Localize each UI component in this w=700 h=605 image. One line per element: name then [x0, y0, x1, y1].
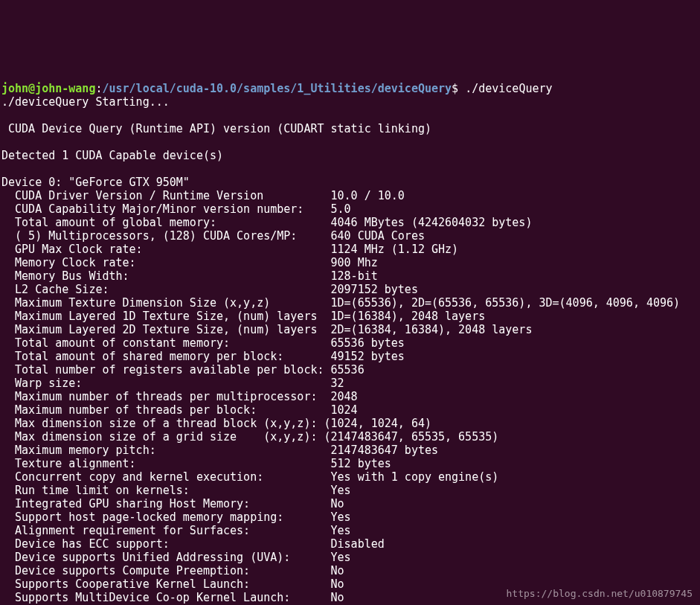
output-line: CUDA Driver Version / Runtime Version 10…: [1, 189, 405, 202]
prompt-path: /usr/local/cuda-10.0/samples/1_Utilities…: [102, 82, 452, 95]
output-line: Maximum number of threads per block: 102…: [1, 403, 358, 417]
output-line: Run time limit on kernels: Yes: [1, 484, 351, 497]
watermark: https://blog.csdn.net/u010879745: [507, 586, 693, 601]
output-line: Detected 1 CUDA Capable device(s): [1, 149, 223, 162]
terminal-window[interactable]: john@john-wang:/usr/local/cuda-10.0/samp…: [0, 67, 700, 605]
output-line: Total amount of constant memory: 65536 b…: [1, 336, 405, 350]
command-text: ./deviceQuery: [465, 82, 552, 95]
output-line: Max dimension size of a thread block (x,…: [1, 417, 431, 430]
output-line: Total amount of global memory: 4046 MByt…: [1, 216, 532, 229]
output-line: Maximum number of threads per multiproce…: [1, 390, 358, 403]
output-line: Integrated GPU sharing Host Memory: No: [1, 497, 344, 510]
output-line: GPU Max Clock rate: 1124 MHz (1.12 GHz): [1, 243, 458, 256]
output-line: Memory Clock rate: 900 Mhz: [1, 256, 378, 269]
output-line: Total number of registers available per …: [1, 363, 365, 377]
output-line: Total amount of shared memory per block:…: [1, 350, 405, 363]
output-line: Maximum Layered 2D Texture Size, (num) l…: [1, 323, 532, 336]
output-line: ./deviceQuery Starting...: [1, 95, 170, 109]
output-line: Concurrent copy and kernel execution: Ye…: [1, 470, 498, 484]
output-line: CUDA Capability Major/Minor version numb…: [1, 202, 351, 216]
output-line: Maximum Layered 1D Texture Size, (num) l…: [1, 310, 485, 323]
output-line: ( 5) Multiprocessors, (128) CUDA Cores/M…: [1, 229, 425, 243]
output-line: CUDA Device Query (Runtime API) version …: [1, 122, 431, 135]
output-line: Supports MultiDevice Co-op Kernel Launch…: [1, 591, 344, 604]
output-line: Alignment requirement for Surfaces: Yes: [1, 524, 351, 537]
output-line: Device has ECC support: Disabled: [1, 537, 385, 551]
prompt-dollar: $: [452, 82, 465, 95]
output-line: Max dimension size of a grid size (x,y,z…: [1, 430, 498, 444]
output-line: Device supports Unified Addressing (UVA)…: [1, 551, 351, 564]
output-line: Maximum Texture Dimension Size (x,y,z) 1…: [1, 296, 680, 310]
output-line: Device 0: "GeForce GTX 950M": [1, 176, 190, 189]
prompt-user: john@john-wang: [1, 82, 95, 95]
output-line: Maximum memory pitch: 2147483647 bytes: [1, 444, 438, 457]
output-line: Device supports Compute Preemption: No: [1, 564, 344, 577]
output-line: Texture alignment: 512 bytes: [1, 457, 391, 470]
output-line: Memory Bus Width: 128-bit: [1, 269, 378, 283]
output-line: Supports Cooperative Kernel Launch: No: [1, 577, 344, 591]
output-line: Warp size: 32: [1, 377, 344, 390]
output-line: L2 Cache Size: 2097152 bytes: [1, 283, 418, 296]
prompt-line: john@john-wang:/usr/local/cuda-10.0/samp…: [1, 82, 553, 95]
output-line: Support host page-locked memory mapping:…: [1, 510, 351, 524]
